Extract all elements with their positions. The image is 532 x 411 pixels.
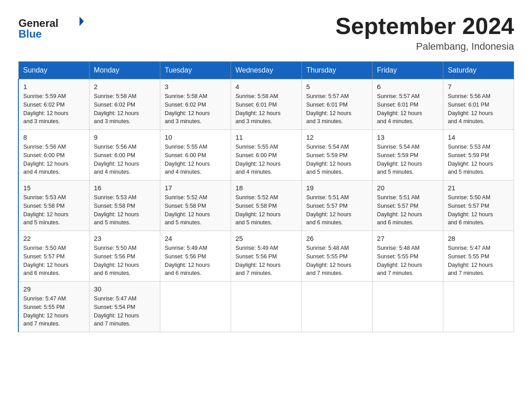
calendar-cell: 22Sunrise: 5:50 AMSunset: 5:57 PMDayligh…: [18, 231, 89, 282]
calendar-cell: 26Sunrise: 5:48 AMSunset: 5:55 PMDayligh…: [301, 231, 372, 282]
day-info: Sunrise: 5:47 AMSunset: 5:55 PMDaylight:…: [23, 295, 85, 328]
col-friday: Friday: [372, 62, 443, 79]
calendar-cell: 16Sunrise: 5:53 AMSunset: 5:58 PMDayligh…: [89, 180, 160, 231]
day-info: Sunrise: 5:47 AMSunset: 5:55 PMDaylight:…: [448, 244, 509, 278]
calendar-week-row: 1Sunrise: 5:59 AMSunset: 6:02 PMDaylight…: [18, 79, 514, 130]
day-number: 8: [23, 133, 85, 141]
calendar-cell: 7Sunrise: 5:56 AMSunset: 6:01 PMDaylight…: [443, 79, 514, 130]
day-info: Sunrise: 5:54 AMSunset: 5:59 PMDaylight:…: [377, 143, 438, 176]
day-info: Sunrise: 5:48 AMSunset: 5:55 PMDaylight:…: [306, 244, 368, 278]
day-number: 30: [94, 285, 155, 293]
col-tuesday: Tuesday: [160, 62, 231, 79]
day-info: Sunrise: 5:58 AMSunset: 6:01 PMDaylight:…: [236, 92, 297, 126]
calendar-cell: 17Sunrise: 5:52 AMSunset: 5:58 PMDayligh…: [160, 180, 231, 231]
col-sunday: Sunday: [18, 62, 89, 79]
day-number: 12: [306, 133, 368, 141]
day-info: Sunrise: 5:53 AMSunset: 5:59 PMDaylight:…: [448, 143, 509, 176]
col-saturday: Saturday: [443, 62, 514, 79]
calendar-cell: [443, 282, 514, 332]
col-thursday: Thursday: [301, 62, 372, 79]
day-info: Sunrise: 5:51 AMSunset: 5:57 PMDaylight:…: [306, 193, 368, 227]
day-info: Sunrise: 5:55 AMSunset: 6:00 PMDaylight:…: [236, 143, 297, 176]
day-info: Sunrise: 5:47 AMSunset: 5:54 PMDaylight:…: [94, 295, 155, 328]
day-info: Sunrise: 5:58 AMSunset: 6:02 PMDaylight:…: [165, 92, 226, 126]
calendar-cell: [160, 282, 231, 332]
day-info: Sunrise: 5:57 AMSunset: 6:01 PMDaylight:…: [306, 92, 368, 126]
day-info: Sunrise: 5:49 AMSunset: 5:56 PMDaylight:…: [236, 244, 297, 278]
day-number: 19: [306, 184, 368, 192]
logo: General Blue: [18, 13, 85, 40]
day-number: 20: [377, 184, 438, 192]
calendar-cell: [301, 282, 372, 332]
svg-marker-2: [80, 17, 84, 26]
day-info: Sunrise: 5:56 AMSunset: 6:00 PMDaylight:…: [94, 143, 155, 176]
calendar-cell: 14Sunrise: 5:53 AMSunset: 5:59 PMDayligh…: [443, 130, 514, 180]
calendar-cell: 5Sunrise: 5:57 AMSunset: 6:01 PMDaylight…: [301, 79, 372, 130]
calendar-cell: 8Sunrise: 5:56 AMSunset: 6:00 PMDaylight…: [18, 130, 89, 180]
calendar-cell: 24Sunrise: 5:49 AMSunset: 5:56 PMDayligh…: [160, 231, 231, 282]
day-number: 23: [94, 235, 155, 242]
day-info: Sunrise: 5:53 AMSunset: 5:58 PMDaylight:…: [94, 193, 155, 227]
day-number: 16: [94, 184, 155, 192]
day-info: Sunrise: 5:56 AMSunset: 6:00 PMDaylight:…: [23, 143, 85, 176]
calendar-cell: 20Sunrise: 5:51 AMSunset: 5:57 PMDayligh…: [372, 180, 443, 231]
page-header: General Blue September 2024 Palembang, I…: [18, 13, 514, 52]
day-number: 27: [377, 235, 438, 242]
calendar-cell: 28Sunrise: 5:47 AMSunset: 5:55 PMDayligh…: [443, 231, 514, 282]
calendar-cell: 4Sunrise: 5:58 AMSunset: 6:01 PMDaylight…: [231, 79, 301, 130]
calendar-week-row: 15Sunrise: 5:53 AMSunset: 5:58 PMDayligh…: [18, 180, 514, 231]
calendar-cell: 1Sunrise: 5:59 AMSunset: 6:02 PMDaylight…: [18, 79, 89, 130]
day-info: Sunrise: 5:58 AMSunset: 6:02 PMDaylight:…: [94, 92, 155, 126]
day-number: 5: [306, 83, 368, 90]
day-number: 29: [23, 285, 85, 293]
day-info: Sunrise: 5:51 AMSunset: 5:57 PMDaylight:…: [377, 193, 438, 227]
calendar-cell: 18Sunrise: 5:52 AMSunset: 5:58 PMDayligh…: [231, 180, 301, 231]
calendar-cell: [231, 282, 301, 332]
page-subtitle: Palembang, Indonesia: [335, 41, 514, 52]
day-number: 4: [236, 83, 297, 90]
svg-text:Blue: Blue: [18, 28, 42, 40]
calendar-cell: 15Sunrise: 5:53 AMSunset: 5:58 PMDayligh…: [18, 180, 89, 231]
day-info: Sunrise: 5:52 AMSunset: 5:58 PMDaylight:…: [236, 193, 297, 227]
calendar-cell: 29Sunrise: 5:47 AMSunset: 5:55 PMDayligh…: [18, 282, 89, 332]
day-number: 14: [448, 133, 509, 141]
calendar-cell: 6Sunrise: 5:57 AMSunset: 6:01 PMDaylight…: [372, 79, 443, 130]
day-info: Sunrise: 5:50 AMSunset: 5:56 PMDaylight:…: [94, 244, 155, 278]
day-number: 1: [23, 83, 85, 90]
calendar-cell: 2Sunrise: 5:58 AMSunset: 6:02 PMDaylight…: [89, 79, 160, 130]
day-number: 3: [165, 83, 226, 90]
day-number: 22: [23, 235, 85, 242]
day-info: Sunrise: 5:50 AMSunset: 5:57 PMDaylight:…: [23, 244, 85, 278]
day-number: 7: [448, 83, 509, 90]
calendar-cell: 21Sunrise: 5:50 AMSunset: 5:57 PMDayligh…: [443, 180, 514, 231]
calendar-cell: 11Sunrise: 5:55 AMSunset: 6:00 PMDayligh…: [231, 130, 301, 180]
calendar-header-row: Sunday Monday Tuesday Wednesday Thursday…: [18, 62, 514, 79]
day-number: 9: [94, 133, 155, 141]
title-block: September 2024 Palembang, Indonesia: [335, 13, 514, 52]
day-info: Sunrise: 5:54 AMSunset: 5:59 PMDaylight:…: [306, 143, 368, 176]
calendar-week-row: 8Sunrise: 5:56 AMSunset: 6:00 PMDaylight…: [18, 130, 514, 180]
day-info: Sunrise: 5:49 AMSunset: 5:56 PMDaylight:…: [165, 244, 226, 278]
day-info: Sunrise: 5:50 AMSunset: 5:57 PMDaylight:…: [448, 193, 509, 227]
day-info: Sunrise: 5:52 AMSunset: 5:58 PMDaylight:…: [165, 193, 226, 227]
day-number: 2: [94, 83, 155, 90]
calendar-table: Sunday Monday Tuesday Wednesday Thursday…: [18, 61, 514, 332]
day-number: 21: [448, 184, 509, 192]
day-number: 17: [165, 184, 226, 192]
calendar-cell: 12Sunrise: 5:54 AMSunset: 5:59 PMDayligh…: [301, 130, 372, 180]
col-wednesday: Wednesday: [231, 62, 301, 79]
calendar-cell: 13Sunrise: 5:54 AMSunset: 5:59 PMDayligh…: [372, 130, 443, 180]
day-number: 15: [23, 184, 85, 192]
calendar-cell: [372, 282, 443, 332]
day-info: Sunrise: 5:59 AMSunset: 6:02 PMDaylight:…: [23, 92, 85, 126]
logo-svg: General Blue: [18, 13, 85, 40]
day-info: Sunrise: 5:57 AMSunset: 6:01 PMDaylight:…: [377, 92, 438, 126]
col-monday: Monday: [89, 62, 160, 79]
calendar-week-row: 22Sunrise: 5:50 AMSunset: 5:57 PMDayligh…: [18, 231, 514, 282]
day-info: Sunrise: 5:55 AMSunset: 6:00 PMDaylight:…: [165, 143, 226, 176]
day-info: Sunrise: 5:56 AMSunset: 6:01 PMDaylight:…: [448, 92, 509, 126]
calendar-cell: 30Sunrise: 5:47 AMSunset: 5:54 PMDayligh…: [89, 282, 160, 332]
day-number: 13: [377, 133, 438, 141]
day-number: 25: [236, 235, 297, 242]
day-number: 24: [165, 235, 226, 242]
